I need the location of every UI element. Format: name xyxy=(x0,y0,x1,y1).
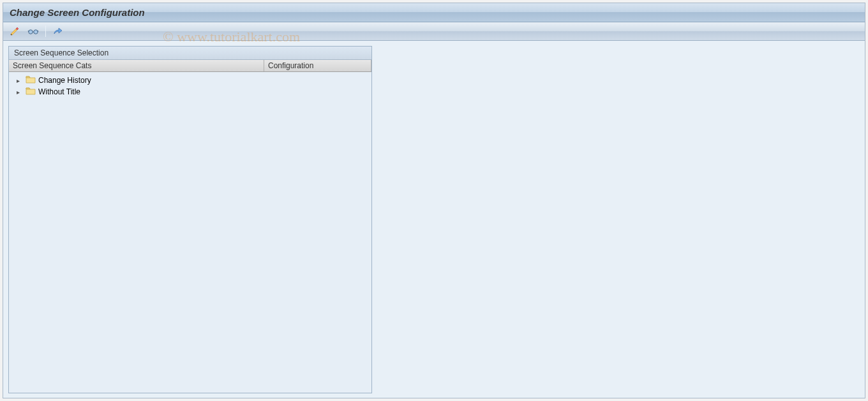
chevron-right-icon[interactable]: ▸ xyxy=(17,77,23,84)
table-header: Screen Sequence Cats Configuration xyxy=(9,60,371,72)
pencil-edit-icon xyxy=(10,26,21,36)
toolbar xyxy=(3,22,865,41)
chevron-right-icon[interactable]: ▸ xyxy=(17,89,23,96)
content-area: Screen Sequence Selection Screen Sequenc… xyxy=(3,41,865,398)
tree-item-label: Without Title xyxy=(38,87,80,96)
tree-row-change-history[interactable]: ▸ Change History xyxy=(9,75,371,86)
toolbar-edit-button[interactable] xyxy=(8,25,22,38)
panel-header: Screen Sequence Selection xyxy=(9,47,371,60)
tree-row-without-title[interactable]: ▸ Without Title xyxy=(9,86,371,98)
toolbar-expand-button[interactable] xyxy=(51,25,65,38)
folder-icon xyxy=(26,75,36,85)
folder-icon xyxy=(26,87,36,97)
panel-title: Screen Sequence Selection xyxy=(14,48,108,57)
tree-body: ▸ Change History ▸ xyxy=(9,72,371,100)
page-title: Change Screen Configuration xyxy=(10,7,145,18)
toolbar-divider xyxy=(45,26,46,37)
column-header-config[interactable]: Configuration xyxy=(264,60,371,71)
column-header-cats[interactable]: Screen Sequence Cats xyxy=(9,60,264,71)
glasses-display-icon xyxy=(27,26,39,36)
title-bar: Change Screen Configuration xyxy=(3,3,865,22)
expand-icon xyxy=(52,26,64,36)
toolbar-display-button[interactable] xyxy=(26,25,40,38)
tree-item-label: Change History xyxy=(38,76,91,85)
svg-point-0 xyxy=(29,30,33,34)
svg-point-1 xyxy=(34,30,38,34)
selection-panel: Screen Sequence Selection Screen Sequenc… xyxy=(8,46,372,393)
app-window: Change Screen Configuration xyxy=(3,3,865,398)
